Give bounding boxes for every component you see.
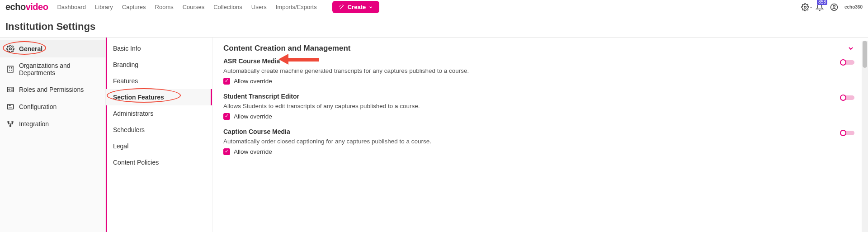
subnav-content-policies[interactable]: Content Policies xyxy=(106,154,212,170)
svg-point-0 xyxy=(804,6,807,8)
section-header[interactable]: Content Creation and Management xyxy=(223,44,854,53)
svg-point-8 xyxy=(8,121,9,123)
subnav-label: Legal xyxy=(113,142,128,150)
secondary-sidebar: Basic Info Branding Features Section Fea… xyxy=(106,38,212,232)
subnav-label: Schedulers xyxy=(113,126,145,133)
subnav-section-features[interactable]: Section Features xyxy=(106,89,212,105)
feature-caption-course-media: Caption Course Media Automatically order… xyxy=(223,128,854,155)
sidebar-label: Organizations and Departments xyxy=(19,62,99,76)
sidebar-label: Roles and Permissions xyxy=(19,86,84,93)
allow-override-checkbox[interactable] xyxy=(223,78,230,85)
primary-sidebar: General Organizations and Departments Ro… xyxy=(0,38,106,232)
nav-library[interactable]: Library xyxy=(95,4,113,10)
override-row[interactable]: Allow override xyxy=(223,113,854,120)
feature-description: Allows Students to edit transcripts of a… xyxy=(223,103,854,109)
nav-collections[interactable]: Collections xyxy=(213,4,242,10)
top-nav: Dashboard Library Captures Rooms Courses… xyxy=(57,1,379,13)
feature-student-transcript-editor: Student Transcript Editor Allows Student… xyxy=(223,93,854,120)
subnav-label: Branding xyxy=(113,61,138,68)
subnav-legal[interactable]: Legal xyxy=(106,138,212,154)
subnav-label: Administrators xyxy=(113,110,153,117)
nav-imports-exports[interactable]: Imports/Exports xyxy=(276,4,317,10)
brand-mini: echo360 xyxy=(844,5,863,9)
allow-override-checkbox[interactable] xyxy=(223,113,230,120)
override-row[interactable]: Allow override xyxy=(223,78,854,85)
override-label: Allow override xyxy=(234,148,272,155)
nav-courses[interactable]: Courses xyxy=(183,4,204,10)
badge-icon xyxy=(6,85,14,94)
subnav-schedulers[interactable]: Schedulers xyxy=(106,122,212,138)
svg-point-9 xyxy=(12,121,13,123)
scrollbar-thumb[interactable] xyxy=(863,41,867,68)
sidebar-label: Integration xyxy=(19,120,49,128)
integration-icon xyxy=(6,120,14,128)
create-label: Create xyxy=(348,4,366,10)
chevron-down-icon xyxy=(368,5,373,9)
svg-point-3 xyxy=(9,48,12,50)
vertical-scrollbar[interactable] xyxy=(862,41,868,232)
feature-title: Caption Course Media xyxy=(223,128,290,135)
sidebar-item-config[interactable]: Configuration xyxy=(0,98,105,115)
override-label: Allow override xyxy=(234,113,272,120)
allow-override-checkbox[interactable] xyxy=(223,148,230,155)
toggle-caption-course-media[interactable] xyxy=(841,130,854,136)
settings-dropdown[interactable] xyxy=(801,3,809,11)
gear-icon xyxy=(801,3,809,11)
sidebar-item-integration[interactable]: Integration xyxy=(0,115,105,133)
notifications-badge: 858 xyxy=(817,0,827,5)
subnav-features[interactable]: Features xyxy=(106,73,212,89)
create-button[interactable]: Create xyxy=(332,1,379,13)
subnav-label: Basic Info xyxy=(113,45,141,52)
sidebar-label: Configuration xyxy=(19,103,57,110)
brand-part2: video xyxy=(26,2,48,12)
svg-point-6 xyxy=(9,89,10,90)
override-label: Allow override xyxy=(234,78,272,85)
brand-logo[interactable]: echovideo xyxy=(5,2,48,12)
page-title: Institution Settings xyxy=(0,14,868,37)
subnav-label: Features xyxy=(113,77,138,85)
nav-captures[interactable]: Captures xyxy=(122,4,146,10)
subnav-label: Content Policies xyxy=(113,159,159,166)
nav-dashboard[interactable]: Dashboard xyxy=(57,4,86,10)
gear-icon xyxy=(6,45,14,53)
notifications-button[interactable]: 858 xyxy=(816,3,824,11)
feature-asr-course-media: ASR Course Media Automatically create ma… xyxy=(223,57,854,85)
subnav-label: Section Features xyxy=(113,94,164,101)
feature-description: Automatically create machine generated t… xyxy=(223,67,854,74)
building-icon xyxy=(6,65,14,73)
sidebar-item-general[interactable]: General xyxy=(0,40,105,57)
toggle-student-transcript-editor[interactable] xyxy=(841,95,854,101)
subnav-basic-info[interactable]: Basic Info xyxy=(106,40,212,57)
svg-point-2 xyxy=(833,5,835,7)
account-button[interactable] xyxy=(830,3,838,11)
section-title: Content Creation and Management xyxy=(223,44,350,53)
sidebar-item-orgs[interactable]: Organizations and Departments xyxy=(0,57,105,81)
sidebar-label: General xyxy=(19,45,42,52)
topbar-right: 858 echo360 xyxy=(801,3,863,11)
top-bar: echovideo Dashboard Library Captures Roo… xyxy=(0,0,868,14)
nav-rooms[interactable]: Rooms xyxy=(155,4,174,10)
settings-layout: General Organizations and Departments Ro… xyxy=(0,38,868,232)
svg-rect-4 xyxy=(8,66,13,72)
wand-icon xyxy=(339,4,345,10)
chevron-down-icon xyxy=(847,45,854,52)
feature-description: Automatically order closed captioning fo… xyxy=(223,138,854,145)
content-pane: Content Creation and Management ASR Cour… xyxy=(212,38,868,232)
caret-down-icon xyxy=(809,6,813,9)
user-circle-icon xyxy=(830,3,838,11)
sidebar-item-roles[interactable]: Roles and Permissions xyxy=(0,81,105,98)
svg-point-10 xyxy=(10,125,11,127)
toggle-asr-course-media[interactable] xyxy=(841,59,854,66)
feature-title: ASR Course Media xyxy=(223,57,280,65)
feature-title: Student Transcript Editor xyxy=(223,93,299,100)
brand-part1: echo xyxy=(5,2,26,12)
override-row[interactable]: Allow override xyxy=(223,148,854,155)
nav-users[interactable]: Users xyxy=(251,4,267,10)
subnav-administrators[interactable]: Administrators xyxy=(106,105,212,122)
sliders-icon xyxy=(6,103,14,111)
subnav-branding[interactable]: Branding xyxy=(106,57,212,73)
